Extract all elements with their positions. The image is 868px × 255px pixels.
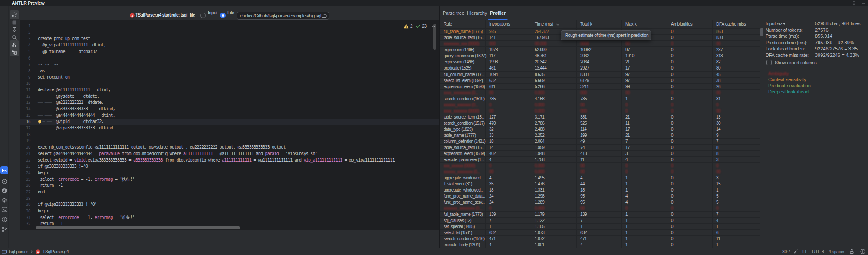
table-row[interactable]: expression_elem (1590)6115.266321199026 <box>440 84 760 90</box>
scroll-to-source-button[interactable] <box>10 25 19 34</box>
cell: 0 <box>671 72 710 77</box>
table-row[interactable]: search_condition (1516)4711.0724711011 <box>440 236 760 242</box>
cell: execute_body (1204) <box>444 242 487 248</box>
file-path-field[interactable]: ebelice/Github/tsql-parser/examples/big.… <box>237 12 329 20</box>
editor-horizontal-scrollbar[interactable] <box>36 226 240 229</box>
table-row[interactable]: set_special (1485)11.1051101 <box>440 224 760 230</box>
notifications-icon[interactable] <box>860 249 865 254</box>
column-header-total-k[interactable]: Total k <box>580 20 592 28</box>
table-row[interactable]: execute_body (1204)41.0014101 <box>440 242 760 248</box>
table-row[interactable]: table_source_item (15...141.959741708 <box>440 145 760 151</box>
cell: 0 <box>671 126 710 132</box>
table-row[interactable]: select_list (1581)6321.073632106 <box>440 230 760 236</box>
refresh-button[interactable] <box>10 10 19 19</box>
table-row-redacted[interactable]: xxxx_xxxxxxx (0000)000.0000000000 <box>440 108 760 114</box>
show-expert-columns-checkbox[interactable] <box>766 60 772 65</box>
line-ending[interactable]: LF <box>802 248 807 255</box>
column-header-max-k[interactable]: Max k <box>625 20 637 28</box>
table-row[interactable]: aggregate_windowed...181.33118101 <box>440 187 760 193</box>
cell: 13.444 <box>535 65 574 71</box>
table-row[interactable]: column_definition (1421)182.06449707 <box>440 139 760 145</box>
tab-hierarchy[interactable]: Hierarchy <box>467 6 487 20</box>
table-row[interactable]: expression (1495)197852.99910982970237 <box>440 47 760 53</box>
cell: 4 <box>489 157 528 162</box>
table-row-redacted[interactable]: xxxxxxx_xxxxxxxx (0...00.00000000 <box>440 205 760 212</box>
column-header-time-ms-[interactable]: Time (ms) <box>535 20 553 28</box>
caret-position[interactable]: 30:7 <box>782 248 790 255</box>
cell: 0 <box>671 175 710 181</box>
indent-style[interactable]: 4 spaces <box>829 248 845 255</box>
table-row[interactable]: select_list_elem (1592)6326.669612997038 <box>440 78 760 84</box>
table-row-redacted[interactable]: xxxxxxxx_xxx (0000)00000.000000000000 <box>440 41 760 47</box>
table-row[interactable]: expression_elem (1589)4021.948413308 <box>440 151 760 157</box>
table-row[interactable]: full_table_name (1773)1391.179139107 <box>440 212 760 218</box>
ok-count: 23 <box>422 24 427 29</box>
cell: 1.298 <box>535 193 574 199</box>
cell: 1.073 <box>535 230 574 235</box>
table-row[interactable]: func_proc_name_serv...241.28995405 <box>440 199 760 205</box>
editor-vertical-scrollbar[interactable] <box>433 24 436 50</box>
column-header-dfa-cache-miss[interactable]: DFA cache miss <box>716 20 746 28</box>
stripe-layers-button[interactable] <box>0 196 8 204</box>
table-row[interactable]: aggregate_windowed...41.4954103 <box>440 175 760 181</box>
table-row[interactable]: if_statement (31)351.476441015 <box>440 181 760 187</box>
stripe-terminal-button[interactable] <box>0 205 8 213</box>
table-vertical-scrollbar[interactable] <box>760 28 763 36</box>
table-row[interactable]: table_name (1777)332.2521992109 <box>440 132 760 139</box>
cell: 1 <box>625 175 664 181</box>
profiler-table[interactable]: RuleInvocationsTime (ms)Total kMax kAmbi… <box>440 20 760 248</box>
show-tree-button[interactable] <box>10 48 19 56</box>
stripe-problems-button[interactable] <box>0 215 8 223</box>
sort-descending-icon <box>556 23 559 26</box>
cell: 0 <box>671 236 710 242</box>
cell: 1 <box>625 212 664 217</box>
table-row[interactable]: table_source_item (15...1273.17138121013 <box>440 114 760 120</box>
table-row[interactable]: expression (1498)199820.342206421082 <box>440 59 760 65</box>
stripe-antlr-preview-button[interactable] <box>0 166 8 174</box>
column-header-invocations[interactable]: Invocations <box>489 20 510 28</box>
table-row[interactable]: full_column_name (17...10948.63583019704… <box>440 72 760 78</box>
tab-profiler[interactable]: Profiler <box>490 6 506 20</box>
input-radio-label[interactable]: Input <box>208 10 217 16</box>
highlighting-off-icon[interactable] <box>793 249 799 254</box>
table-row[interactable]: predicate (1525)46113.444292717080 <box>440 65 760 71</box>
table-row-redacted[interactable]: xxx_xxxxxx (0000)00.00000000 <box>440 163 760 169</box>
stripe-antlr-tool-button[interactable] <box>0 187 8 195</box>
table-row-redacted[interactable]: xxxx_xxxxxxxxx (0...000.00000000000 <box>440 90 760 96</box>
table-row[interactable]: data_type (1829)322.48811417014 <box>440 126 760 132</box>
table-row-redacted[interactable]: xxxxxx_xxxxxxxx (0...000.000000000 <box>440 169 760 175</box>
stat-label: Number of tokens: <box>766 27 803 33</box>
table-row-redacted[interactable]: xxxxxx_xxxxxxx (0...00.00000000 <box>440 102 760 108</box>
more-options-icon[interactable] <box>852 1 856 6</box>
table-row[interactable]: execute_parameter (1...41.75811403 <box>440 157 760 163</box>
cell: 17 <box>625 145 664 150</box>
table-row[interactable]: search_condition (1519)7354.1587351031 <box>440 96 760 102</box>
column-header-ambiguities[interactable]: Ambiguities <box>671 20 693 28</box>
line-number: 5 <box>20 49 30 55</box>
file-radio-label[interactable]: File <box>227 10 234 16</box>
cell: 1 <box>625 236 664 242</box>
tab-parse-tree[interactable]: Parse tree <box>443 6 464 20</box>
line-number: 7 <box>20 61 30 68</box>
hide-tool-window-icon[interactable] <box>861 1 866 6</box>
cell: 1.105 <box>535 224 574 229</box>
table-row[interactable]: sql_clauses (12)71.1227104 <box>440 218 760 224</box>
table-row[interactable]: func_proc_name_data...241.29895405 <box>440 193 760 199</box>
table-row[interactable]: search_condition (1517)4702.78652511030 <box>440 120 760 126</box>
cell: query_expression (1527) <box>444 53 487 59</box>
cell: 3 <box>716 157 757 162</box>
show-expert-columns-label[interactable]: Show expert columns <box>775 60 817 66</box>
intention-bulb-icon[interactable] <box>37 119 42 125</box>
stripe-services-button[interactable] <box>0 178 8 185</box>
stripe-git-button[interactable] <box>0 225 8 233</box>
cell: table_source_item (15... <box>444 114 487 120</box>
code-editor[interactable]: 1234567891011121314151617181920212223242… <box>20 20 439 230</box>
column-header-rule[interactable]: Rule <box>444 20 452 28</box>
encoding[interactable]: UTF-8 <box>812 248 824 255</box>
input-radio[interactable] <box>200 13 206 18</box>
file-radio[interactable] <box>220 13 226 18</box>
table-row[interactable]: query_expression (1527)11748.76120621910… <box>440 53 760 59</box>
legend-context-sensitivity: Context-sensitivity <box>768 76 806 83</box>
unlock-icon[interactable] <box>849 249 854 254</box>
folder-icon[interactable] <box>322 13 327 18</box>
